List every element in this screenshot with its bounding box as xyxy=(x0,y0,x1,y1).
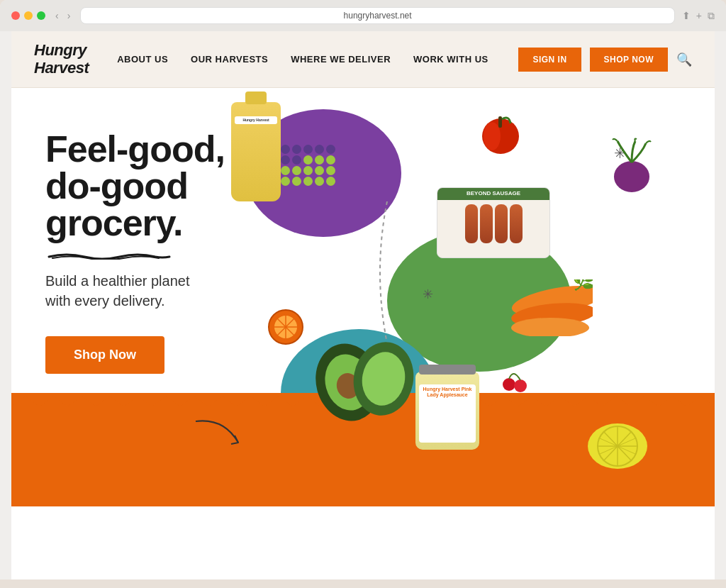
back-button[interactable]: ‹ xyxy=(52,9,62,23)
grape-item xyxy=(292,155,301,165)
nav-our-harvests[interactable]: OUR HARVESTS xyxy=(191,54,268,65)
jar-lid xyxy=(419,365,476,375)
grape-item xyxy=(303,145,313,154)
grape-item xyxy=(303,177,313,186)
website-container: Hungry Harvest ABOUT US OUR HARVESTS WHE… xyxy=(11,31,715,579)
shop-now-nav-button[interactable]: SHOP NOW xyxy=(590,48,668,72)
food-jar: Hungry Harvest Pink Lady Applesauce xyxy=(415,372,479,450)
grape-item xyxy=(281,145,290,154)
sausage-stick xyxy=(495,204,508,243)
hero-section: Feel-good, do-good grocery. Build a heal… xyxy=(11,88,715,506)
grape-item xyxy=(315,145,324,154)
svg-point-19 xyxy=(514,379,527,392)
maximize-dot[interactable] xyxy=(37,11,45,20)
svg-point-20 xyxy=(614,161,649,192)
svg-text:🌿: 🌿 xyxy=(571,279,593,292)
hero-text-area: Feel-good, do-good grocery. Build a heal… xyxy=(45,131,244,374)
grape-item xyxy=(292,177,301,186)
browser-actions: ⬆ + ⧉ xyxy=(682,10,715,22)
grape-item xyxy=(303,166,313,175)
sausage-label: BEYOND SAUSAGE xyxy=(437,188,549,200)
hero-underline xyxy=(45,250,173,254)
grape-item xyxy=(281,177,290,186)
minimize-dot[interactable] xyxy=(24,11,33,20)
beet-decoration xyxy=(607,138,657,197)
svg-point-10 xyxy=(484,122,501,150)
lemon-decoration xyxy=(586,414,649,474)
nav-work-with-us[interactable]: WORK WITH US xyxy=(413,54,488,65)
grape-item xyxy=(315,155,324,165)
grapes-cluster xyxy=(281,145,336,186)
grape-item xyxy=(315,166,324,175)
tabs-button[interactable]: ⧉ xyxy=(708,10,715,22)
grape-item xyxy=(326,155,335,165)
logo-line2: Harvest xyxy=(34,59,89,77)
forward-button[interactable]: › xyxy=(65,9,74,23)
svg-rect-11 xyxy=(498,116,502,128)
url-bar[interactable]: hungryharvest.net xyxy=(80,7,674,24)
food-grapes xyxy=(281,145,336,186)
browser-toolbar: ‹ › hungryharvest.net ⬆ + ⧉ xyxy=(0,0,726,31)
site-logo[interactable]: Hungry Harvest xyxy=(34,42,89,76)
grape-item xyxy=(292,145,301,154)
new-tab-button[interactable]: + xyxy=(696,10,702,22)
logo-line1: Hungry xyxy=(34,41,86,59)
sausage-sticks xyxy=(437,200,549,248)
orange-slice-decoration xyxy=(267,308,306,350)
food-avocado xyxy=(309,336,423,424)
svg-point-18 xyxy=(503,378,515,391)
search-icon[interactable]: 🔍 xyxy=(676,52,692,67)
hero-headline: Feel-good, do-good grocery. xyxy=(45,131,244,241)
sausage-stick xyxy=(465,204,478,243)
close-dot[interactable] xyxy=(11,11,20,20)
grape-item xyxy=(326,177,335,186)
jar-label: Hungry Harvest Pink Lady Applesauce xyxy=(419,384,476,443)
nav-links: ABOUT US OUR HARVESTS WHERE WE DELIVER W… xyxy=(117,54,518,65)
food-carrots: 🌿 xyxy=(451,279,593,339)
sausage-stick xyxy=(510,204,523,243)
grape-item xyxy=(315,177,324,186)
food-sausage-pack: BEYOND SAUSAGE xyxy=(437,187,550,258)
hero-shop-now-button[interactable]: Shop Now xyxy=(45,336,164,374)
grape-item xyxy=(281,155,290,165)
apple-decoration xyxy=(479,109,522,164)
grape-item xyxy=(326,145,335,154)
browser-nav: ‹ › xyxy=(52,9,73,23)
nav-where-we-deliver[interactable]: WHERE WE DELIVER xyxy=(291,54,391,65)
browser-window: ‹ › hungryharvest.net ⬆ + ⧉ Hungry Harve… xyxy=(0,0,726,579)
nav-about-us[interactable]: ABOUT US xyxy=(117,54,168,65)
browser-dots xyxy=(11,11,45,20)
signin-button[interactable]: SIGN IN xyxy=(518,48,581,72)
dotted-line-decoration xyxy=(352,201,423,346)
hero-subtext: Build a healthier planet with every deli… xyxy=(45,271,201,311)
curved-arrow-decoration xyxy=(189,414,245,460)
asterisk-decoration-2: ✳ xyxy=(423,287,433,302)
nav-right: SIGN IN SHOP NOW 🔍 xyxy=(518,48,692,72)
grape-item xyxy=(292,166,301,175)
grape-item xyxy=(281,166,290,175)
share-button[interactable]: ⬆ xyxy=(682,10,691,22)
grape-item xyxy=(303,155,313,165)
sausage-stick xyxy=(480,204,493,243)
bottle-label: Hungry Harvest xyxy=(235,116,277,124)
grape-item xyxy=(326,166,335,175)
main-nav: Hungry Harvest ABOUT US OUR HARVESTS WHE… xyxy=(11,31,715,88)
